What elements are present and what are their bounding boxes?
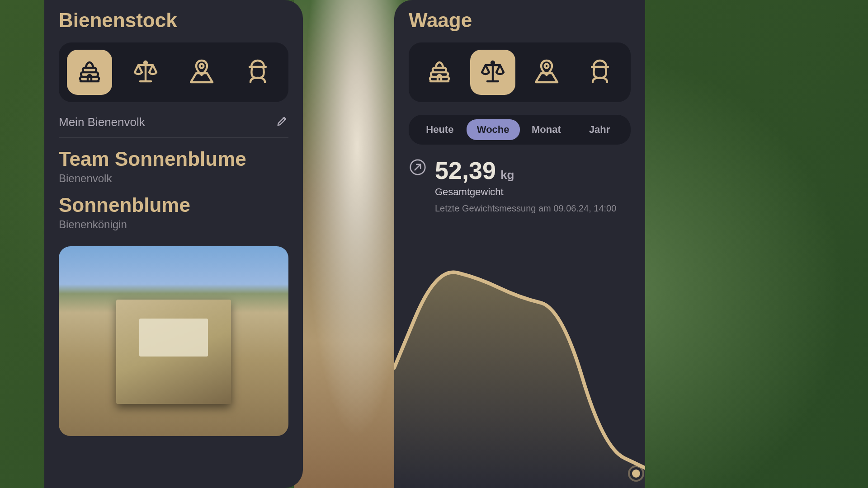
- panel-title: Bienenstock: [59, 9, 288, 32]
- weight-chart: [394, 235, 645, 488]
- tab-scale[interactable]: [470, 50, 515, 95]
- svg-point-0: [200, 64, 204, 68]
- tab-location[interactable]: [524, 50, 569, 95]
- panel-title: Waage: [409, 9, 631, 32]
- panel-waage: Waage Heute Woche Monat Jahr: [394, 0, 645, 488]
- tab-beekeeper[interactable]: [577, 50, 623, 95]
- weight-unit: kg: [500, 168, 514, 182]
- hive-icon: [425, 57, 454, 88]
- beekeeper-icon: [243, 57, 272, 88]
- scale-icon: [478, 57, 507, 88]
- segment-monat[interactable]: Monat: [520, 119, 573, 140]
- edit-button[interactable]: [276, 115, 288, 129]
- segment-heute[interactable]: Heute: [413, 119, 467, 140]
- pencil-icon: [276, 121, 288, 129]
- tab-beekeeper[interactable]: [235, 50, 280, 95]
- weight-caption: Gesamtgewicht: [435, 186, 631, 198]
- trend-up-icon: [409, 158, 427, 178]
- colony-row-label: Mein Bienenvolk: [59, 115, 145, 129]
- last-measurement: Letzte Gewichtsmessung am 09.06.24, 14:0…: [435, 203, 631, 214]
- tab-hive[interactable]: [417, 50, 462, 95]
- segment-woche[interactable]: Woche: [467, 119, 520, 140]
- queen-sublabel: Bienenkönigin: [59, 218, 288, 231]
- tab-hive[interactable]: [67, 50, 112, 95]
- svg-point-1: [544, 64, 548, 68]
- chart-end-marker: [630, 467, 642, 480]
- queen-name: Sonnenblume: [59, 194, 288, 216]
- weight-value: 52,39: [435, 157, 496, 184]
- hive-icon: [75, 57, 104, 88]
- hive-photo: [59, 246, 288, 436]
- tab-location[interactable]: [179, 50, 224, 95]
- tab-scale[interactable]: [123, 50, 168, 95]
- scale-icon: [131, 57, 160, 88]
- time-range-segmented: Heute Woche Monat Jahr: [409, 115, 631, 145]
- colony-header-row: Mein Bienenvolk: [59, 115, 288, 138]
- tab-bar: [409, 42, 631, 102]
- beekeeper-icon: [585, 57, 614, 88]
- location-icon: [532, 57, 561, 88]
- segment-jahr[interactable]: Jahr: [573, 119, 626, 140]
- team-name: Team Sonnenblume: [59, 148, 288, 170]
- team-sublabel: Bienenvolk: [59, 172, 288, 185]
- panel-bienenstock: Bienenstock Mein Bienenvolk: [44, 0, 303, 488]
- weight-row: 52,39kg: [409, 158, 631, 183]
- tab-bar: [59, 42, 288, 102]
- weight-value-block: 52,39kg: [435, 158, 514, 183]
- location-icon: [187, 57, 216, 88]
